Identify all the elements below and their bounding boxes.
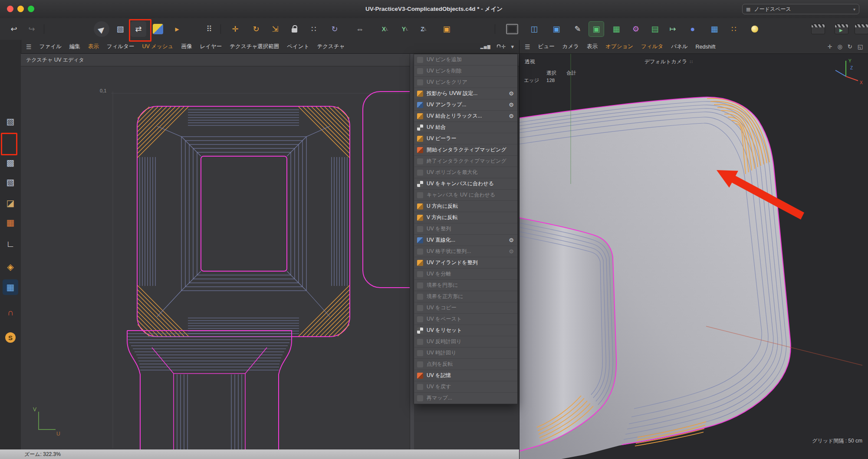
projection-label[interactable]: 透視 bbox=[525, 58, 535, 66]
scale-tool-icon[interactable]: ⇲ bbox=[267, 21, 283, 37]
camera-label[interactable]: デフォルトカメラ∷ bbox=[644, 58, 693, 66]
generator-gear-icon[interactable]: ⚙ bbox=[628, 21, 644, 37]
texture-apply-tool-icon[interactable]: ▸ bbox=[169, 21, 185, 37]
menu-image[interactable]: 画像 bbox=[181, 43, 192, 50]
chevron-down-icon[interactable]: ▾ bbox=[511, 43, 514, 50]
menu-edit[interactable]: 編集 bbox=[69, 43, 80, 50]
uv-command-menu: UV ピンを追加 UV ピンを削除 UV ピンをクリア 投影から UVW 設定.… bbox=[414, 54, 518, 404]
nodespace-field[interactable]: ▦ ノードスペース ▾ bbox=[742, 4, 859, 14]
uv-menu-item[interactable]: UV 結合 bbox=[414, 122, 517, 133]
uv-menu-item[interactable]: 開始インタラクティブマッピング bbox=[414, 144, 517, 156]
menu-camera[interactable]: カメラ bbox=[562, 43, 579, 50]
uv-menu-item[interactable]: UV をキャンバスに合わせる bbox=[414, 178, 517, 190]
render-view-icon[interactable] bbox=[504, 21, 520, 37]
menu-options[interactable]: オプション bbox=[605, 43, 633, 50]
magnet-snap-icon[interactable]: ∩ bbox=[3, 305, 18, 320]
polygon-mode-icon[interactable]: ◪ bbox=[3, 195, 18, 211]
substance-badge-icon[interactable]: S bbox=[3, 330, 18, 345]
uv-menu-item[interactable]: UV 結合とリラックス...⚙ bbox=[414, 111, 517, 122]
menu-filter[interactable]: フィルタ bbox=[641, 43, 663, 50]
uv-menu-item[interactable]: UV アイランドを整列 bbox=[414, 257, 517, 269]
transform-axis-tool-icon[interactable]: ⇔ bbox=[352, 21, 368, 37]
move-tool-icon[interactable]: ✛ bbox=[227, 21, 243, 37]
tab-texture-uv-editor[interactable]: テクスチャ UV エディタ bbox=[26, 56, 84, 64]
axis-x-lock-button[interactable]: XL bbox=[377, 21, 393, 37]
gear-icon[interactable]: ⚙ bbox=[509, 90, 514, 97]
gear-icon[interactable]: ⚙ bbox=[509, 102, 514, 108]
mode-rail: ▧ ▩ ▧ ◪ ▦ ∟ ◈ ▦ ∩ S bbox=[0, 40, 21, 449]
undo-button[interactable]: ↩ bbox=[6, 21, 22, 37]
u-axis-label: U bbox=[56, 431, 60, 437]
axis-y-lock-button[interactable]: YL bbox=[397, 21, 413, 37]
uv-menu-item[interactable]: V 方向に反転 bbox=[414, 212, 517, 223]
gear-icon[interactable]: ⚙ bbox=[509, 237, 514, 243]
hamburger-icon[interactable]: ☰ bbox=[26, 43, 32, 50]
menu-layer[interactable]: レイヤー bbox=[200, 43, 222, 50]
uv-menu-item[interactable]: U 方向に反転 bbox=[414, 201, 517, 212]
axis-z-lock-button[interactable]: ZL bbox=[416, 21, 431, 37]
light-bulb-icon[interactable] bbox=[747, 21, 763, 37]
model-mode-icon[interactable]: ▧ bbox=[3, 114, 18, 129]
table-grid-icon[interactable]: ▦ bbox=[707, 21, 722, 37]
layout-mode-icon[interactable]: ◫ bbox=[526, 21, 542, 37]
menu-file[interactable]: ファイル bbox=[39, 43, 62, 50]
menu-item-icon bbox=[417, 113, 423, 119]
deformer-blob-icon[interactable]: ● bbox=[685, 21, 700, 37]
gear-icon[interactable]: ⚙ bbox=[509, 113, 514, 119]
uv-menu-item: UV ポリゴンを最大化 bbox=[414, 167, 517, 178]
menu-paint[interactable]: ペイント bbox=[287, 43, 309, 50]
menu-panel[interactable]: パネル bbox=[671, 43, 687, 50]
render-play-clapper-icon[interactable]: ▶ bbox=[834, 21, 849, 37]
uv-menu-item[interactable]: UV をリセット bbox=[414, 325, 517, 336]
uv-menu-item[interactable]: UV ピーラー bbox=[414, 133, 517, 144]
coordinate-system-icon[interactable]: ▣ bbox=[439, 21, 454, 37]
selection-cube-tool-icon[interactable]: ▧ bbox=[112, 21, 128, 37]
menu-texture-selection[interactable]: テクスチャ選択範囲 bbox=[230, 43, 279, 50]
green-cube-mode-icon[interactable]: ▣ bbox=[589, 21, 604, 37]
perspective-viewport[interactable]: Y Z X 透視 デフォルトカメラ∷ 選択合計 エッジ128 グリッド間隔 : … bbox=[519, 54, 868, 459]
render-settings-clapper-icon[interactable] bbox=[854, 21, 868, 37]
refresh-icon[interactable]: ↻ bbox=[848, 43, 852, 50]
toolbar-separator bbox=[220, 24, 221, 34]
pen-tool-icon[interactable]: ✎ bbox=[570, 21, 585, 37]
particles-dots-icon[interactable]: ∷ bbox=[726, 21, 742, 37]
rotate-tool-icon[interactable]: ↻ bbox=[248, 21, 264, 37]
maximize-corner-icon[interactable]: ◱ bbox=[858, 43, 863, 50]
uv-diamond-grid-icon[interactable]: ◈ bbox=[3, 259, 18, 275]
menu-item-icon bbox=[417, 192, 423, 198]
target-icon[interactable]: ◎ bbox=[837, 43, 842, 50]
pan-icon[interactable]: ✛ bbox=[501, 43, 506, 50]
workplane-axis-icon[interactable]: ∟ bbox=[3, 236, 18, 252]
edge-mode-icon[interactable]: ▧ bbox=[3, 174, 18, 190]
blue-cube-mode-icon[interactable]: ▣ bbox=[549, 21, 564, 37]
menu-texture[interactable]: テクスチャ bbox=[317, 43, 345, 50]
menu-uv-mesh[interactable]: UV メッシュ bbox=[142, 43, 173, 50]
uv-menu-item[interactable]: UV を記憶 bbox=[414, 370, 517, 381]
lock-tool-icon[interactable] bbox=[286, 21, 302, 37]
cubes-mode-icon[interactable]: ▤ bbox=[647, 21, 663, 37]
live-selection-tool-icon[interactable]: ▶ bbox=[94, 21, 109, 37]
menu-view[interactable]: 表示 bbox=[88, 43, 99, 50]
array-mode-icon[interactable]: ▦ bbox=[608, 21, 624, 37]
render-clapper-icon[interactable] bbox=[810, 21, 826, 37]
camera-menu-icon[interactable]: ∷ bbox=[690, 59, 692, 64]
rotate-band-tool-icon[interactable]: ↻ bbox=[327, 21, 342, 37]
uv-paint-tool-icon[interactable] bbox=[150, 21, 166, 37]
point-snap-tool-icon[interactable]: ∷ bbox=[306, 21, 322, 37]
uv-menu-item[interactable]: UV アンラップ...⚙ bbox=[414, 99, 517, 111]
texture-tiles-icon[interactable]: ▦ bbox=[3, 215, 18, 230]
point-mode-icon[interactable]: ▩ bbox=[3, 155, 18, 170]
menu-redshift[interactable]: Redshift bbox=[696, 44, 716, 50]
hamburger-icon[interactable]: ☰ bbox=[525, 43, 530, 50]
redo-button[interactable]: ↪ bbox=[24, 21, 39, 37]
uv-menu-item[interactable]: 投影から UVW 設定...⚙ bbox=[414, 88, 517, 99]
menu-viewport-view[interactable]: ビュー bbox=[538, 43, 555, 50]
pan-icon[interactable]: ✛ bbox=[828, 43, 832, 50]
dotted-selection-tool-icon[interactable]: ⠿ bbox=[201, 21, 217, 37]
uv-menu-item[interactable]: UV 直線化...⚙ bbox=[414, 235, 517, 246]
histogram-icon[interactable]: ▂▅▇ bbox=[480, 45, 491, 49]
map-arrow-icon[interactable]: ↦ bbox=[665, 21, 681, 37]
menu-filter[interactable]: フィルター bbox=[107, 43, 135, 50]
menu-display[interactable]: 表示 bbox=[587, 43, 598, 50]
uv-mesh-mode-icon[interactable]: ▦ bbox=[3, 279, 18, 295]
